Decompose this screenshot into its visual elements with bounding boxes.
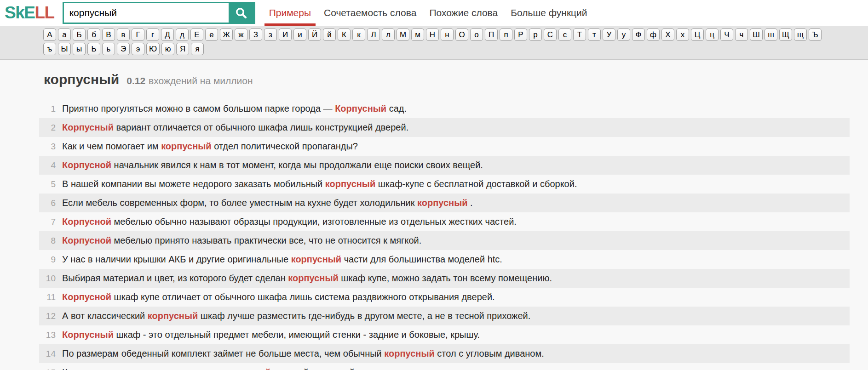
letter-button[interactable]: с — [558, 28, 571, 41]
nav-item-4[interactable]: Больше функций — [504, 0, 593, 26]
sentence-text: шкаф купе, можно задать тон всему помеще… — [339, 273, 552, 283]
letter-button[interactable]: ь — [102, 43, 115, 55]
letter-button[interactable]: ц — [706, 28, 719, 41]
skell-logo[interactable]: SkELL — [5, 0, 54, 26]
letter-button[interactable]: Б — [73, 28, 86, 41]
letter-button[interactable]: т — [588, 28, 601, 41]
letter-button[interactable]: Ж — [220, 28, 233, 41]
letter-button[interactable]: Ы — [58, 43, 71, 55]
letter-button[interactable]: К — [338, 28, 351, 41]
keyword-highlight: корпусный — [161, 141, 211, 151]
letter-button[interactable]: Ш — [750, 28, 763, 41]
letter-button[interactable]: р — [529, 28, 542, 41]
search-button[interactable] — [229, 3, 254, 23]
letter-button[interactable]: ж — [235, 28, 247, 41]
letter-button[interactable]: Ч — [720, 28, 733, 41]
example-sentence: Как и чем помогает им корпусный отдел по… — [62, 141, 362, 152]
letter-button[interactable]: М — [397, 28, 409, 41]
example-number: 11 — [39, 292, 56, 302]
nav-item-1[interactable]: Примеры — [263, 0, 317, 26]
letter-button[interactable]: И — [279, 28, 292, 41]
letter-button[interactable]: л — [382, 28, 395, 41]
example-number: 1 — [39, 104, 56, 114]
alphabet-row1: АаБбВвГгДдЕеЖжЗзИиЙйКкЛлМмНнОоПпРрСсТтУу… — [42, 28, 859, 42]
letter-button[interactable]: ы — [73, 43, 86, 55]
letter-button[interactable]: ъ — [43, 43, 56, 55]
letter-button[interactable]: З — [249, 28, 262, 41]
letter-button[interactable]: Р — [514, 28, 527, 41]
letter-button[interactable]: Л — [367, 28, 380, 41]
letter-button[interactable]: А — [43, 28, 56, 41]
keyword-highlight: корпусный — [384, 348, 434, 359]
letter-button[interactable]: х — [676, 28, 689, 41]
sentence-text: . — [468, 198, 473, 208]
sentence-text: отдел политической пропаганды? — [212, 141, 358, 151]
letter-button[interactable]: Я — [176, 43, 189, 55]
letter-button[interactable]: Ю — [146, 43, 160, 55]
letter-button[interactable]: г — [146, 28, 159, 41]
letter-button[interactable]: Д — [161, 28, 174, 41]
sentence-text: Выбирая материал и цвет, из которого буд… — [62, 273, 288, 283]
letter-button[interactable]: э — [132, 43, 144, 55]
letter-button[interactable]: В — [102, 28, 115, 41]
example-sentence: Корпусной мебелью обычно называют образц… — [62, 216, 521, 227]
letter-button[interactable]: О — [455, 28, 468, 41]
letter-button[interactable]: С — [544, 28, 557, 41]
letter-button[interactable]: щ — [794, 28, 807, 41]
sentence-text: средний и текущий ремонт портальных кран… — [270, 367, 510, 370]
letter-button[interactable]: Ц — [691, 28, 704, 41]
result-headline: корпусный 0.12 вхождений на миллион — [44, 72, 868, 87]
nav-item-2[interactable]: Сочетаемость слова — [317, 0, 423, 26]
letter-button[interactable]: Ь — [87, 43, 100, 55]
letter-button[interactable]: ш — [765, 28, 777, 41]
letter-button[interactable]: м — [411, 28, 424, 41]
example-row: 13Корпусный шкаф - это отдельный предмет… — [39, 325, 850, 344]
search-input[interactable] — [64, 3, 229, 23]
letter-button[interactable]: Г — [132, 28, 144, 41]
letter-button[interactable]: ю — [161, 43, 174, 55]
letter-button[interactable]: Т — [573, 28, 586, 41]
letter-button[interactable]: а — [58, 28, 71, 41]
nav-item-3[interactable]: Похожие слова — [423, 0, 504, 26]
letter-button[interactable]: о — [470, 28, 483, 41]
letter-button[interactable]: Щ — [779, 28, 792, 41]
letter-button[interactable]: Е — [190, 28, 203, 41]
letter-button[interactable]: У — [603, 28, 615, 41]
letter-button[interactable]: е — [205, 28, 218, 41]
letter-button[interactable]: Х — [661, 28, 674, 41]
sentence-text: Если мебель современных форм, то более у… — [62, 198, 417, 208]
keyword-highlight: Корпусный — [62, 122, 114, 132]
letter-button[interactable]: и — [293, 28, 306, 41]
letter-button[interactable]: п — [500, 28, 512, 41]
letter-button[interactable]: з — [264, 28, 277, 41]
example-number: 10 — [39, 273, 56, 284]
letter-button[interactable]: н — [441, 28, 454, 41]
letter-button[interactable]: Ъ — [809, 28, 822, 41]
letter-button[interactable]: я — [191, 43, 204, 55]
letter-button[interactable]: Й — [308, 28, 321, 41]
letter-button[interactable]: б — [87, 28, 100, 41]
letter-button[interactable]: ф — [647, 28, 660, 41]
letter-button[interactable]: д — [176, 28, 189, 41]
example-number: 6 — [39, 198, 56, 208]
sentence-text: начальник явился к нам в тот момент, ког… — [111, 160, 483, 170]
example-row: 3Как и чем помогает им корпусный отдел п… — [39, 137, 850, 156]
letter-button[interactable]: й — [323, 28, 336, 41]
sentence-text: шкаф - это отдельный предмет мебели, име… — [114, 330, 480, 340]
example-number: 15 — [39, 368, 56, 370]
letter-button[interactable]: Э — [117, 43, 130, 55]
header: SkELL ПримерыСочетаемость словаПохожие с… — [0, 0, 868, 26]
letter-button[interactable]: в — [117, 28, 130, 41]
keyword-highlight: корпусный — [288, 273, 338, 283]
main-nav: ПримерыСочетаемость словаПохожие словаБо… — [263, 0, 594, 26]
letter-button[interactable]: к — [352, 28, 365, 41]
letter-button[interactable]: ч — [735, 28, 748, 41]
sentence-text: шкаф лучше разместить где-нибудь в друго… — [198, 311, 530, 321]
example-row: 6Если мебель современных форм, то более … — [39, 194, 850, 212]
sentence-text: части для большинства моделей htc. — [341, 254, 502, 264]
letter-button[interactable]: у — [617, 28, 630, 41]
sentence-text: сад. — [386, 103, 407, 114]
letter-button[interactable]: П — [485, 28, 498, 41]
letter-button[interactable]: Ф — [632, 28, 645, 41]
letter-button[interactable]: Н — [426, 28, 439, 41]
